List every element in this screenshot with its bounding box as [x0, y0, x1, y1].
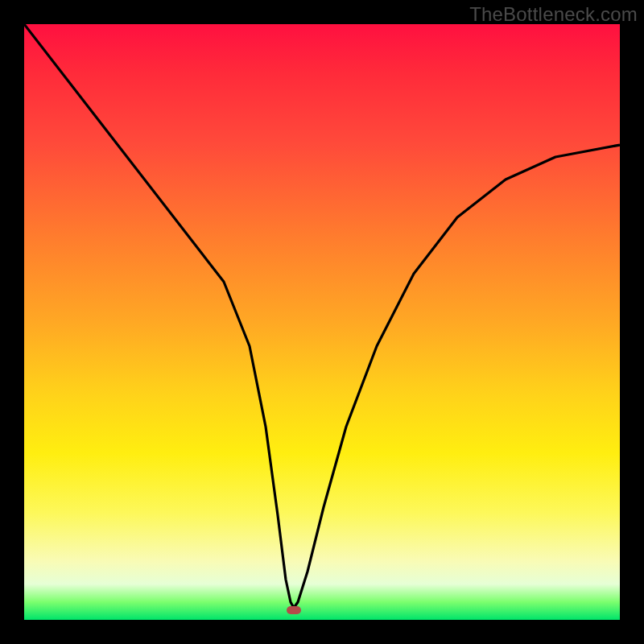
chart-frame: TheBottleneck.com [0, 0, 644, 644]
watermark-text: TheBottleneck.com [469, 3, 638, 26]
optimum-marker [287, 606, 301, 614]
bottleneck-curve-path [24, 24, 620, 608]
curve-svg [24, 24, 620, 620]
plot-area [24, 24, 620, 620]
